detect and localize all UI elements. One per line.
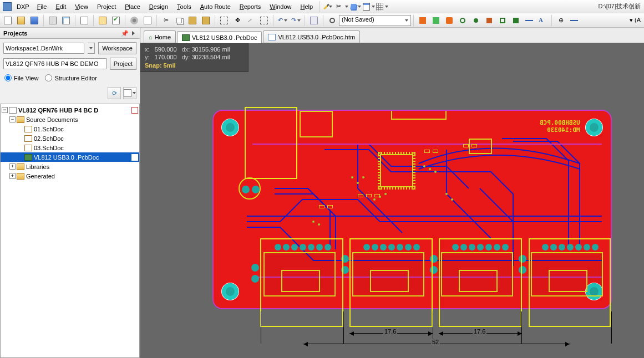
tab-htm[interactable]: VL812 USB3.0 .PcbDoc.htm [263,30,360,43]
tree-generated[interactable]: + Generated [1,171,139,181]
pin-icon[interactable]: 📌 [121,30,128,37]
structure-editor-radio[interactable]: Structure Editor [45,74,97,81]
dimension-label: 52 [431,339,440,345]
print-button[interactable] [47,14,59,27]
power-jack [300,111,333,137]
file-view-radio[interactable]: File View [4,74,38,81]
menu-tools[interactable]: Tools [173,2,196,12]
main-area: Projects 📌 Workspace Project File View S… [0,28,644,358]
zoom-icon [329,18,335,23]
modified-icon [131,107,138,114]
menu-view[interactable]: View [70,2,93,12]
route-multi-button[interactable] [443,14,455,27]
paste-button[interactable] [186,14,199,27]
selection-box [260,238,343,327]
menu-edit[interactable]: Edit [51,2,70,12]
route-track-button[interactable] [417,14,429,27]
new-button[interactable] [2,14,14,27]
cut-button[interactable]: ✂ [160,14,172,27]
save-button[interactable] [28,14,40,27]
place-pad-button[interactable] [470,14,482,27]
validate-button[interactable] [110,14,122,27]
svg-point-2 [362,176,364,178]
copy-button[interactable] [173,14,185,27]
project-row: Project [3,58,136,70]
menu-project[interactable]: Project [93,2,120,12]
tree-schdoc-2[interactable]: 02.SchDoc [1,134,139,143]
project-tree[interactable]: − VL812 QFN76 HUB P4 BC D − Source Docum… [0,104,140,358]
route-diff-button[interactable] [430,14,442,27]
copy-icon [176,18,182,23]
pliers-dropdown[interactable]: ✂ [336,1,348,12]
mounting-hole [222,119,239,136]
home-icon: ⌂ [149,34,153,40]
place-coord-button[interactable]: ⊕ [555,14,567,27]
place-via-button[interactable] [457,14,469,27]
clear-button[interactable] [258,14,270,27]
menu-autoroute[interactable]: Auto Route [196,2,235,12]
deselect-button[interactable]: ⟋ [245,14,257,27]
menu-window[interactable]: Window [265,2,296,12]
collapse-icon[interactable]: − [2,107,8,113]
tree-pcbdoc[interactable]: VL812 USB3.0 .PcbDoc [1,152,139,162]
doc-button[interactable] [141,14,154,27]
svg-point-7 [429,168,431,170]
workspace-button[interactable]: Workspace [98,42,136,54]
undo-button[interactable]: ↶ [276,14,288,27]
divider [320,1,320,12]
redo-button[interactable]: ↷ [290,14,302,27]
app-menu[interactable]: DXP [13,3,33,10]
project-button[interactable]: Project [110,58,136,70]
move-button[interactable]: ✥ [231,14,244,27]
grid-dropdown[interactable] [376,1,388,12]
tree-project-root[interactable]: − VL812 QFN76 HUB P4 BC D [1,105,139,115]
menu-file[interactable]: File [33,2,52,12]
tree-schdoc-1[interactable]: 01.SchDoc [1,124,139,134]
layers-dropdown[interactable] [349,1,362,12]
tree-schdoc-3[interactable]: 03.SchDoc [1,143,139,152]
panel-menu-icon[interactable] [130,30,136,37]
workspace-row: Workspace [3,42,136,54]
expand-icon[interactable]: + [9,173,16,179]
tree-label: 03.SchDoc [34,145,64,151]
toolbar-right-text[interactable]: ▾ (A [627,17,643,24]
select-rect-button[interactable] [218,14,230,27]
pencil-dropdown[interactable] [323,1,335,12]
panel-options-button[interactable] [123,87,136,99]
collapse-icon[interactable]: − [9,116,16,122]
paste-special-button[interactable] [200,14,212,27]
menu-design[interactable]: Design [145,2,173,12]
place-region-button[interactable] [496,14,509,27]
window-dropdown[interactable] [363,1,375,12]
place-poly-button[interactable] [510,14,522,27]
schematic-icon [24,145,32,151]
tree-libraries[interactable]: + Libraries [1,162,139,171]
pcb-canvas[interactable]: x: 590.000 dx: 30155.906 mil y: 170.000 … [140,43,644,358]
thumbnail-button[interactable] [308,14,320,27]
place-string-button[interactable]: A [536,14,549,27]
cap-thru [251,275,259,283]
tree-source-documents[interactable]: − Source Documents [1,115,139,124]
tab-home[interactable]: ⌂ Home [144,30,176,43]
project-input[interactable] [3,58,107,69]
divider [75,15,75,26]
ole-button[interactable] [78,14,90,27]
print-preview-button[interactable] [60,14,72,27]
workspace-input[interactable] [3,43,84,54]
menu-place[interactable]: Place [120,2,145,12]
place-dim-button[interactable] [568,14,580,27]
refresh-button[interactable]: ⟳ [108,87,121,99]
saved-combo[interactable]: (Not Saved) [339,15,411,26]
tab-pcbdoc[interactable]: VL812 USB3.0 .PcbDoc [177,31,262,43]
select-rect-icon [220,17,228,24]
expand-icon[interactable]: + [9,163,16,170]
zoom-button[interactable] [326,14,338,27]
place-fill-button[interactable] [483,14,495,27]
open-button[interactable] [15,14,27,27]
workspace-dropdown[interactable] [88,43,95,54]
menu-help[interactable]: Help [296,2,317,12]
gear-button[interactable] [128,14,140,27]
menu-reports[interactable]: Reports [235,2,266,12]
open-project-button[interactable] [97,14,109,27]
place-line-button[interactable] [523,14,535,27]
